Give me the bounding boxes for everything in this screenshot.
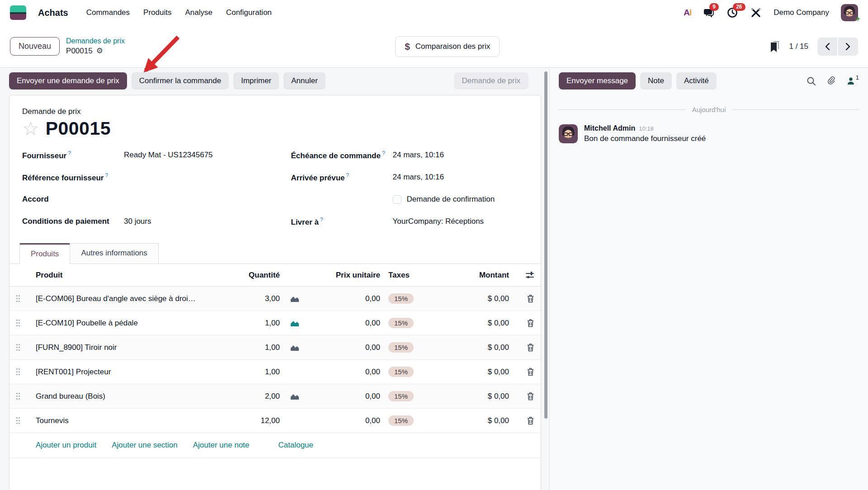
field-value-conditions-paiement[interactable]: 30 jours <box>124 216 259 227</box>
field-label-fournisseur: Fournisseur <box>22 149 124 162</box>
company-name[interactable]: Demo Company <box>774 8 829 17</box>
add-section-link[interactable]: Ajouter une section <box>112 441 178 450</box>
delete-row-icon[interactable] <box>509 416 534 425</box>
cell-price[interactable]: 0,00 <box>308 416 380 425</box>
field-value-echeance-commande[interactable]: 24 mars, 10:16 <box>393 149 528 161</box>
catalog-link[interactable]: Catalogue <box>278 441 314 450</box>
table-row[interactable]: Tournevis 12,00 0,00 15% $ 0,00 <box>9 409 541 433</box>
status-stage[interactable]: Demande de prix <box>454 72 528 90</box>
vertical-scrollbar[interactable] <box>544 71 547 419</box>
delete-row-icon[interactable] <box>509 368 534 376</box>
field-label-livrer-a: Livrer à <box>291 216 393 228</box>
forecast-chart-icon[interactable] <box>282 344 308 351</box>
drag-handle-icon[interactable] <box>16 295 36 302</box>
tax-badge[interactable]: 15% <box>388 342 414 353</box>
cell-qty[interactable]: 1,00 <box>232 343 282 352</box>
favorite-star-icon[interactable]: ☆ <box>22 119 39 138</box>
drag-handle-icon[interactable] <box>16 344 36 351</box>
drag-handle-icon[interactable] <box>16 417 36 424</box>
confirmation-checkbox[interactable] <box>393 195 401 204</box>
log-note-button[interactable]: Note <box>640 72 672 90</box>
tax-badge[interactable]: 15% <box>388 367 414 377</box>
cell-qty[interactable]: 1,00 <box>232 319 282 328</box>
cell-product[interactable]: Grand bureau (Bois) <box>36 392 232 401</box>
send-rfq-button[interactable]: Envoyer une demande de prix <box>9 72 127 90</box>
drag-handle-icon[interactable] <box>16 392 36 400</box>
delete-row-icon[interactable] <box>509 392 534 400</box>
user-avatar[interactable]: ✈ <box>841 4 858 21</box>
new-button[interactable]: Nouveau <box>10 37 60 56</box>
send-message-button[interactable]: Envoyer message <box>559 72 636 90</box>
bookmark-icon[interactable] <box>770 41 780 52</box>
table-row[interactable]: Grand bureau (Bois) 2,00 0,00 15% $ 0,00 <box>9 384 541 409</box>
activities-clock-icon[interactable]: 26 <box>726 7 738 19</box>
activity-button[interactable]: Activité <box>676 72 717 90</box>
cell-qty[interactable]: 12,00 <box>232 416 282 425</box>
forecast-chart-icon[interactable] <box>282 393 308 400</box>
cell-price[interactable]: 0,00 <box>308 319 380 328</box>
delete-row-icon[interactable] <box>509 294 534 303</box>
cell-product[interactable]: [RENT001] Projecteur <box>36 368 232 377</box>
drag-handle-icon[interactable] <box>16 368 36 376</box>
table-row[interactable]: [E-COM10] Poubelle à pédale 1,00 0,00 15… <box>9 311 541 335</box>
table-row[interactable]: [E-COM06] Bureau d'angle avec siège à dr… <box>9 287 541 311</box>
add-note-link[interactable]: Ajouter une note <box>193 441 250 450</box>
table-row[interactable]: [RENT001] Projecteur 1,00 0,00 15% $ 0,0… <box>9 360 541 384</box>
message-author[interactable]: Mitchell Admin <box>584 124 635 132</box>
cell-price[interactable]: 0,00 <box>308 392 380 401</box>
breadcrumb-parent[interactable]: Demandes de prix <box>66 36 125 46</box>
confirm-order-button[interactable]: Confirmer la commande <box>132 72 229 90</box>
pager-next-button[interactable] <box>838 38 858 56</box>
followers-icon[interactable]: 1 <box>847 77 859 85</box>
cancel-button[interactable]: Annuler <box>283 72 326 90</box>
tax-badge[interactable]: 15% <box>388 318 414 328</box>
cell-price[interactable]: 0,00 <box>308 343 380 352</box>
cell-product[interactable]: [FURN_8900] Tiroir noir <box>36 343 232 352</box>
cell-price[interactable]: 0,00 <box>308 368 380 377</box>
forecast-chart-icon[interactable] <box>282 320 308 327</box>
forecast-chart-icon[interactable] <box>282 295 308 302</box>
table-row[interactable]: [FURN_8900] Tiroir noir 1,00 0,00 15% $ … <box>9 335 541 360</box>
pager-previous-button[interactable] <box>817 38 837 56</box>
delete-row-icon[interactable] <box>509 319 534 327</box>
cell-amount: $ 0,00 <box>441 368 509 377</box>
optional-columns-icon[interactable] <box>509 271 534 279</box>
field-value-arrivee-prevue[interactable]: 24 mars, 10:16 <box>393 171 528 183</box>
menu-commandes[interactable]: Commandes <box>86 8 130 17</box>
menu-produits[interactable]: Produits <box>143 8 171 17</box>
messages-icon[interactable]: 9 <box>703 7 715 19</box>
col-prix-unitaire: Prix unitaire <box>308 271 380 280</box>
print-button[interactable]: Imprimer <box>233 72 279 90</box>
cell-qty[interactable]: 1,00 <box>232 368 282 377</box>
field-value-fournisseur[interactable]: Ready Mat - US12345675 <box>124 149 259 161</box>
cell-product[interactable]: Tournevis <box>36 416 232 425</box>
tab-autres-informations[interactable]: Autres informations <box>70 243 158 264</box>
tax-badge[interactable]: 15% <box>388 293 414 304</box>
tax-badge[interactable]: 15% <box>388 415 414 426</box>
tools-icon[interactable] <box>750 7 762 19</box>
drag-handle-icon[interactable] <box>16 319 36 327</box>
cell-product[interactable]: [E-COM06] Bureau d'angle avec siège à dr… <box>36 294 232 303</box>
app-name[interactable]: Achats <box>38 8 68 18</box>
delete-row-icon[interactable] <box>509 343 534 352</box>
chatter-message[interactable]: Mitchell Admin 10:18 Bon de commande fou… <box>559 124 859 143</box>
ai-icon[interactable]: AI <box>684 8 691 18</box>
tax-badge[interactable]: 15% <box>388 391 414 401</box>
attachments-paperclip-icon[interactable] <box>827 76 836 86</box>
search-messages-icon[interactable] <box>807 76 816 86</box>
menu-configuration[interactable]: Configuration <box>226 8 272 17</box>
add-product-link[interactable]: Ajouter un produit <box>36 441 96 450</box>
cell-qty[interactable]: 2,00 <box>232 392 282 401</box>
actions-gear-icon[interactable]: ⚙ <box>96 46 103 57</box>
odoo-app-logo-icon[interactable] <box>10 5 26 20</box>
field-value-livrer-a[interactable]: YourCompany: Réceptions <box>393 216 528 227</box>
cell-price[interactable]: 0,00 <box>308 294 380 303</box>
cell-qty[interactable]: 3,00 <box>232 294 282 303</box>
price-comparison-button[interactable]: $ Comparaison des prix <box>395 36 500 57</box>
tab-produits[interactable]: Produits <box>19 243 70 264</box>
document-type-label: Demande de prix <box>22 107 528 116</box>
followers-count-badge: 1 <box>856 74 859 81</box>
field-label-arrivee-prevue: Arrivée prévue <box>291 171 393 184</box>
cell-product[interactable]: [E-COM10] Poubelle à pédale <box>36 319 232 328</box>
menu-analyse[interactable]: Analyse <box>185 8 212 17</box>
